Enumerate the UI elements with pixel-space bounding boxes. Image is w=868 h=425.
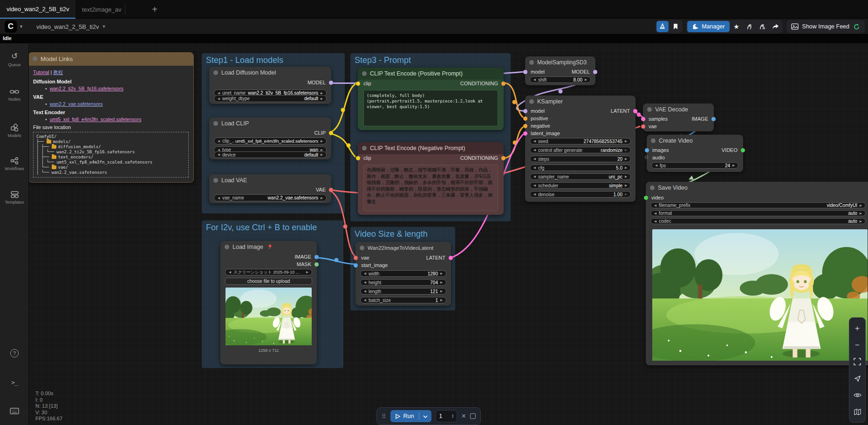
node-clip-encode-positive[interactable]: CLIP Text Encode (Positive Prompt) clip … (358, 68, 504, 130)
node-header[interactable]: KSampler (525, 96, 636, 108)
tutorial-zh-link[interactable]: 教程 (53, 69, 63, 75)
sidebar-item-nodes[interactable]: Nodes (0, 88, 29, 102)
node-vae-decode[interactable]: VAE Decode samples IMAGE vae (643, 103, 714, 131)
output-conditioning[interactable]: CONDITIONING (460, 155, 498, 162)
widget-height[interactable]: ◀height704▶ (360, 279, 446, 286)
cancel-button[interactable]: × (461, 412, 465, 420)
node-ksampler[interactable]: KSampler model LATENT positive negative … (525, 96, 636, 202)
widget-length[interactable]: ◀length121▶ (360, 288, 446, 295)
input-images[interactable]: images (652, 147, 669, 154)
collapse-dot-icon[interactable] (213, 70, 218, 75)
node-save-video[interactable]: Save Video video ◀filename_prefixvideo/C… (646, 182, 868, 365)
shortcuts-button[interactable] (0, 408, 29, 416)
input-model[interactable]: model (531, 108, 545, 115)
widget-device[interactable]: ◀devicedefault▶ (214, 151, 327, 158)
run-button[interactable]: Run (390, 410, 432, 422)
favorites-button[interactable]: ★ (731, 21, 743, 32)
text-encoder-link[interactable]: umt5_xxl_fp8_e4m3fn_scaled.safetensors (50, 117, 142, 122)
graph-view-button[interactable] (656, 21, 669, 32)
sidebar-item-models[interactable]: Models (0, 123, 29, 138)
input-model[interactable]: model (531, 69, 545, 75)
tab-video-wan[interactable]: video_wan2_2_5B_ti2v (0, 0, 75, 19)
node-load-vae[interactable]: Load VAE VAE ◀vae_namewan2.2_vae.safeten… (209, 174, 331, 203)
tutorial-link[interactable]: Tutorial (33, 69, 49, 75)
collapse-dot-icon[interactable] (225, 245, 229, 249)
collapse-dot-icon[interactable] (213, 178, 218, 183)
loaded-image-preview[interactable] (226, 288, 312, 345)
input-vae[interactable]: vae (361, 255, 369, 261)
widget-cfg[interactable]: ◀cfg5.0▶ (530, 165, 631, 171)
node-header[interactable]: CLIP Text Encode (Negative Prompt) (358, 142, 504, 154)
new-tab-button[interactable]: + (148, 3, 161, 16)
collapse-dot-icon[interactable] (650, 185, 655, 190)
output-mask[interactable]: MASK (297, 261, 311, 268)
output-latent[interactable]: LATENT (611, 108, 630, 115)
stop-button[interactable] (470, 413, 476, 419)
widget-scheduler[interactable]: ◀schedulersimple▶ (530, 182, 631, 189)
input-clip[interactable]: clip (363, 155, 371, 162)
manager-extra-button-1[interactable] (744, 21, 756, 32)
toggle-link-visibility-button[interactable] (850, 389, 864, 402)
node-load-clip[interactable]: Load CLIP CLIP ◀clip_..umt5_xxl_fp8_e4m3… (209, 117, 331, 159)
output-image[interactable]: IMAGE (692, 116, 708, 123)
collapse-dot-icon[interactable] (33, 56, 37, 61)
run-options-chevron-icon[interactable] (419, 413, 431, 419)
node-header[interactable]: Load CLIP (209, 117, 331, 130)
collapse-dot-icon[interactable] (529, 60, 534, 65)
collapse-dot-icon[interactable] (651, 138, 656, 143)
widget-batch-size[interactable]: ◀batch_size1▶ (360, 297, 446, 303)
widget-control-after-generate[interactable]: ◀control after generaterandomize▶ (530, 147, 631, 153)
workflow-name-menu[interactable]: video_wan2_2_5B_ti2v ▼ (36, 19, 106, 34)
minimap-button[interactable] (850, 405, 864, 418)
select-mode-button[interactable] (850, 372, 864, 385)
node-header[interactable]: CLIP Text Encode (Positive Prompt) (358, 68, 504, 80)
sidebar-item-workflows[interactable]: Workflows (0, 157, 29, 171)
widget-vae-name[interactable]: ◀vae_namewan2.2_vae.safetensors▶ (214, 194, 327, 201)
input-clip[interactable]: clip (363, 81, 371, 87)
widget-weight-dtype[interactable]: ◀weight_dtypedefault▶ (214, 95, 327, 102)
widget-shift[interactable]: ◀shift8.00▶ (530, 76, 591, 83)
output-image[interactable]: IMAGE (295, 254, 311, 260)
collapse-dot-icon[interactable] (362, 146, 367, 151)
output-model[interactable]: MODEL (572, 69, 590, 75)
node-load-diffusion-model[interactable]: Load Diffusion Model MODEL ◀unet_namewan… (209, 67, 331, 104)
widget-fps[interactable]: ◀fps24▶ (651, 162, 738, 169)
widget-image-select[interactable]: ◀スクリーンショット 2025-09-10 ...▶ (225, 269, 312, 275)
widget-codec[interactable]: ◀codecauto▶ (650, 218, 866, 224)
node-header[interactable]: VAE Decode (643, 103, 714, 116)
output-video[interactable]: VIDEO (722, 147, 738, 154)
widget-format[interactable]: ◀formatauto▶ (650, 210, 866, 216)
collapse-dot-icon[interactable] (529, 99, 534, 104)
show-image-feed-button[interactable]: Show Image Feed (787, 21, 864, 32)
output-clip[interactable]: CLIP (314, 130, 326, 137)
zoom-out-button[interactable]: − (850, 338, 864, 351)
node-wan22-image-to-video-latent[interactable]: Wan22ImageToVideoLatent vae LATENT start… (355, 242, 451, 306)
help-button[interactable]: ? (0, 349, 29, 357)
node-model-links-note[interactable]: Model Links Tutorial | 教程 Diffusion Mode… (28, 52, 194, 183)
input-audio[interactable]: audio (652, 155, 665, 161)
collapse-dot-icon[interactable] (647, 107, 652, 112)
input-video[interactable]: video (651, 195, 663, 201)
widget-denoise[interactable]: ◀denoise1.00▶ (530, 191, 631, 198)
collapse-dot-icon[interactable] (213, 121, 218, 126)
terminal-button[interactable]: >_ (0, 378, 29, 386)
node-create-video[interactable]: Create Video images VIDEO audio ◀fps24▶ (647, 135, 743, 172)
tab-text2image[interactable]: text2image_av (75, 0, 125, 19)
negative-prompt-textarea[interactable]: 色调艳丽，过曝，静态，细节模糊不清，字幕，风格，作品，画作，画面，静止，整体发灰… (363, 165, 498, 211)
output-model[interactable]: MODEL (308, 80, 326, 86)
batch-count-input[interactable]: 1 ▲▼ (436, 410, 457, 422)
collapse-dot-icon[interactable] (362, 71, 367, 76)
video-preview[interactable] (652, 229, 868, 361)
zoom-in-button[interactable]: + (850, 322, 864, 335)
node-modelsampling-sd3[interactable]: ModelSamplingSD3 model MODEL ◀shift8.00▶ (525, 56, 595, 85)
input-samples[interactable]: samples (649, 116, 668, 123)
input-negative[interactable]: negative (531, 123, 550, 130)
sidebar-item-templates[interactable]: Templates (0, 191, 29, 205)
diffusion-model-link[interactable]: wan2.2_ti2v_5B_fp16.safetensors (50, 86, 123, 91)
fit-view-button[interactable] (850, 355, 864, 368)
input-positive[interactable]: positive (531, 116, 548, 122)
drag-handle[interactable]: ⠿ (382, 413, 386, 420)
widget-clip-name[interactable]: ◀clip_..umt5_xxl_fp8_e4m3fn_scaled.safet… (214, 137, 327, 144)
output-conditioning[interactable]: CONDITIONING (460, 81, 498, 87)
sidebar-item-queue[interactable]: ↺ Queue (0, 52, 29, 67)
